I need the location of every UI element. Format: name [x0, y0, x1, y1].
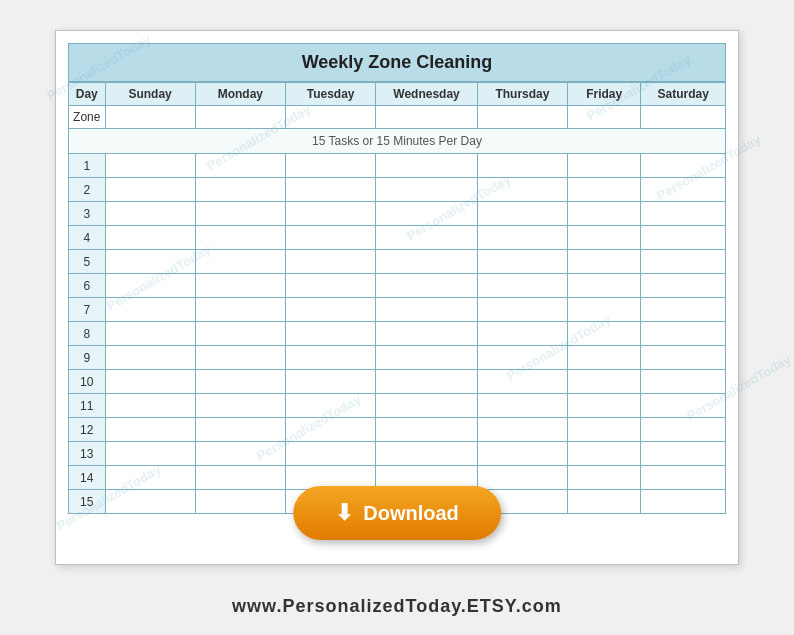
task-cell[interactable] [286, 322, 376, 346]
task-cell[interactable] [477, 322, 567, 346]
task-cell[interactable] [477, 250, 567, 274]
task-cell[interactable] [568, 490, 641, 514]
task-cell[interactable] [641, 490, 726, 514]
task-cell[interactable] [376, 298, 478, 322]
task-cell[interactable] [477, 154, 567, 178]
task-cell[interactable] [286, 274, 376, 298]
task-cell[interactable] [641, 202, 726, 226]
task-cell[interactable] [105, 226, 195, 250]
task-cell[interactable] [477, 346, 567, 370]
task-cell[interactable] [195, 298, 285, 322]
task-cell[interactable] [568, 226, 641, 250]
task-cell[interactable] [105, 298, 195, 322]
task-cell[interactable] [376, 418, 478, 442]
task-cell[interactable] [641, 250, 726, 274]
task-cell[interactable] [641, 370, 726, 394]
zone-wednesday[interactable] [376, 106, 478, 129]
task-cell[interactable] [477, 370, 567, 394]
task-cell[interactable] [477, 466, 567, 490]
task-cell[interactable] [195, 466, 285, 490]
task-cell[interactable] [286, 202, 376, 226]
task-cell[interactable] [568, 298, 641, 322]
task-cell[interactable] [568, 346, 641, 370]
task-cell[interactable] [286, 178, 376, 202]
task-cell[interactable] [568, 442, 641, 466]
task-cell[interactable] [195, 202, 285, 226]
task-cell[interactable] [641, 442, 726, 466]
task-cell[interactable] [105, 370, 195, 394]
task-cell[interactable] [376, 346, 478, 370]
task-cell[interactable] [376, 178, 478, 202]
task-cell[interactable] [641, 298, 726, 322]
task-cell[interactable] [376, 274, 478, 298]
zone-tuesday[interactable] [286, 106, 376, 129]
task-cell[interactable] [286, 154, 376, 178]
task-cell[interactable] [568, 418, 641, 442]
task-cell[interactable] [105, 154, 195, 178]
task-cell[interactable] [105, 466, 195, 490]
task-cell[interactable] [195, 178, 285, 202]
task-cell[interactable] [195, 442, 285, 466]
task-cell[interactable] [195, 274, 285, 298]
task-cell[interactable] [286, 346, 376, 370]
task-cell[interactable] [641, 226, 726, 250]
task-cell[interactable] [568, 178, 641, 202]
task-cell[interactable] [376, 442, 478, 466]
task-cell[interactable] [568, 322, 641, 346]
task-cell[interactable] [376, 394, 478, 418]
task-cell[interactable] [568, 394, 641, 418]
task-cell[interactable] [376, 322, 478, 346]
task-cell[interactable] [195, 418, 285, 442]
task-cell[interactable] [286, 442, 376, 466]
task-cell[interactable] [477, 394, 567, 418]
zone-friday[interactable] [568, 106, 641, 129]
task-cell[interactable] [105, 442, 195, 466]
download-button[interactable]: ⬇ Download [293, 486, 501, 540]
zone-saturday[interactable] [641, 106, 726, 129]
task-cell[interactable] [195, 394, 285, 418]
task-cell[interactable] [376, 202, 478, 226]
task-cell[interactable] [568, 466, 641, 490]
task-cell[interactable] [105, 346, 195, 370]
task-cell[interactable] [568, 274, 641, 298]
task-cell[interactable] [641, 154, 726, 178]
task-cell[interactable] [286, 250, 376, 274]
task-cell[interactable] [286, 370, 376, 394]
zone-sunday[interactable] [105, 106, 195, 129]
task-cell[interactable] [568, 250, 641, 274]
task-cell[interactable] [286, 394, 376, 418]
task-cell[interactable] [286, 226, 376, 250]
zone-thursday[interactable] [477, 106, 567, 129]
task-cell[interactable] [195, 490, 285, 514]
task-cell[interactable] [105, 490, 195, 514]
task-cell[interactable] [195, 154, 285, 178]
task-cell[interactable] [641, 394, 726, 418]
task-cell[interactable] [105, 250, 195, 274]
task-cell[interactable] [376, 370, 478, 394]
task-cell[interactable] [376, 154, 478, 178]
task-cell[interactable] [568, 370, 641, 394]
task-cell[interactable] [477, 274, 567, 298]
task-cell[interactable] [568, 154, 641, 178]
task-cell[interactable] [376, 250, 478, 274]
task-cell[interactable] [286, 298, 376, 322]
task-cell[interactable] [105, 202, 195, 226]
task-cell[interactable] [105, 274, 195, 298]
task-cell[interactable] [641, 178, 726, 202]
task-cell[interactable] [641, 322, 726, 346]
task-cell[interactable] [641, 346, 726, 370]
task-cell[interactable] [641, 274, 726, 298]
task-cell[interactable] [477, 442, 567, 466]
task-cell[interactable] [286, 418, 376, 442]
task-cell[interactable] [195, 250, 285, 274]
task-cell[interactable] [105, 394, 195, 418]
task-cell[interactable] [195, 370, 285, 394]
task-cell[interactable] [641, 466, 726, 490]
zone-monday[interactable] [195, 106, 285, 129]
task-cell[interactable] [105, 322, 195, 346]
task-cell[interactable] [477, 298, 567, 322]
task-cell[interactable] [105, 178, 195, 202]
task-cell[interactable] [477, 418, 567, 442]
task-cell[interactable] [195, 226, 285, 250]
task-cell[interactable] [641, 418, 726, 442]
